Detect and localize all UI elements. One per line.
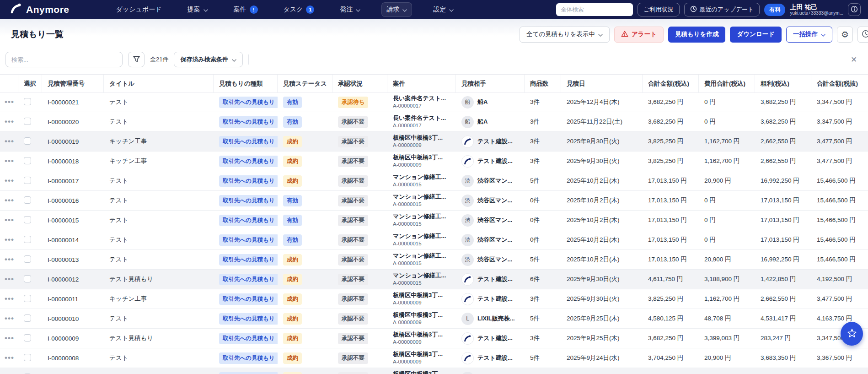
case-link[interactable]: 板橋区中板橋3丁... [393,311,450,319]
row-checkbox[interactable] [24,236,31,243]
filter-funnel-button[interactable] [128,52,145,67]
case-link[interactable]: マンション修繕工... [393,252,450,260]
row-checkbox[interactable] [24,295,31,302]
partner-logo-avatar [461,352,474,364]
brand-logo[interactable]: Anymore [10,3,70,16]
row-menu-button[interactable]: ••• [0,176,18,185]
row-menu-button[interactable]: ••• [0,117,18,126]
case-link[interactable]: マンション修繕工... [393,272,450,280]
table-row[interactable]: ••• I-00000015 テスト 取引先への見積もり 有効 承認不要 マンシ… [0,211,868,230]
user-info[interactable]: 上田 祐己 yuki.ueta+33333@anym... [790,3,843,16]
case-link[interactable]: マンション修繕工... [393,193,450,201]
nav-item[interactable]: ダッシュボード [112,3,166,16]
case-link[interactable]: 板橋区中板橋3丁... [393,331,450,339]
nav-item[interactable]: タスク1 [279,3,319,16]
updates-button[interactable]: 最近のアップデート [684,3,760,16]
table-row[interactable]: ••• I-00000012 テスト見積もり 取引先への見積もり 成約 承認不要… [0,270,868,289]
table-row[interactable]: ••• I-00000008 テスト 取引先への見積もり 成約 承認不要 板橋区… [0,348,868,368]
row-checkbox[interactable] [24,157,31,164]
select-cell [18,275,42,284]
alert-button[interactable]: アラート [614,27,664,43]
table-row[interactable]: ••• I-00000016 テスト 取引先への見積もり 有効 承認不要 マンシ… [0,191,868,211]
nav-item[interactable]: 発注 [335,3,365,16]
type-cell: 取引先への見積もり [214,372,278,374]
row-menu-button[interactable]: ••• [0,353,18,363]
row-menu-button[interactable]: ••• [0,216,18,225]
case-link[interactable]: 板橋区中板橋3丁... [393,292,450,299]
usage-button[interactable]: ご利用状況 [638,3,679,16]
header-title: タイトル [104,75,214,93]
status-badge: 有効 [283,195,302,206]
cost-incl-tax: 0 円 [699,217,755,224]
row-menu-button[interactable]: ••• [0,294,18,304]
case-link[interactable]: 長い案件名テスト... [393,95,450,103]
row-checkbox[interactable] [24,118,31,125]
bulk-actions-dropdown[interactable]: 一括操作 [786,27,832,43]
row-checkbox[interactable] [24,255,31,263]
case-link[interactable]: 板橋区中板橋3丁... [393,134,450,142]
case-link[interactable]: 板橋区中板橋3丁... [393,351,450,358]
nav-item[interactable]: 請求 [381,2,412,17]
table-row[interactable]: ••• I-00000014 テスト 取引先への見積もり 有効 承認不要 マンシ… [0,230,868,250]
row-checkbox[interactable] [24,196,31,204]
settings-gear-button[interactable]: ⚙ [837,27,853,43]
row-checkbox[interactable] [24,137,31,145]
table-row[interactable]: ••• I-00000017 テスト 取引先への見積もり 成約 承認不要 マンシ… [0,171,868,191]
table-row[interactable]: ••• I-00000020 テスト 取引先への見積もり 有効 承認不要 長い案… [0,112,868,132]
saved-filters-dropdown[interactable]: 保存済み検索条件 [174,52,242,67]
approval-badge: 承認待ち [338,97,368,108]
row-menu-button[interactable]: ••• [0,196,18,205]
partner-cell: 渋 渋谷区マン... [456,214,525,227]
row-menu-button[interactable]: ••• [0,275,18,284]
total-incl-tax: 17,013,150 円 [643,256,699,264]
row-menu-button[interactable]: ••• [0,137,18,146]
create-quote-button[interactable]: 見積もりを作成 [668,27,725,43]
case-link[interactable]: マンション修繕工... [393,213,450,221]
total-incl-tax: 3,825,250 円 [643,138,699,146]
case-number: A-00000015 [393,181,450,188]
table-row[interactable]: ••• I-00000018 キッチン工事 取引先への見積もり 成約 承認不要 … [0,152,868,171]
table-row[interactable]: ••• I-00000011 キッチン工事 取引先への見積もり 成約 承認不要 … [0,289,868,309]
table-row[interactable]: ••• I-00000013 テスト 取引先への見積もり 成約 承認不要 マンシ… [0,250,868,270]
row-checkbox[interactable] [24,216,31,223]
info-icon [851,5,858,14]
row-menu-button[interactable]: ••• [0,157,18,166]
history-clock-button[interactable] [857,27,868,43]
table-row[interactable]: ••• I-00000021 テスト 取引先への見積もり 有効 承認待ち 長い案… [0,92,868,112]
table-search-input[interactable] [5,52,123,67]
case-link[interactable]: マンション修繕工... [393,233,450,240]
table-row[interactable]: ••• I-00000010 テスト 取引先への見積もり 成約 承認不要 板橋区… [0,309,868,329]
status-badge: 成約 [283,313,302,325]
case-link[interactable]: 長い案件名テスト... [393,114,450,122]
close-filter-button[interactable]: ✕ [848,54,860,65]
row-menu-button[interactable]: ••• [0,334,18,343]
table-row[interactable]: ••• I-00000007 リフォーム工事一式 取引先への見積もり 成約 承認… [0,368,868,374]
partner-cell: A Anymore株... [456,372,525,374]
row-checkbox[interactable] [24,275,31,282]
row-checkbox[interactable] [24,177,31,184]
row-checkbox[interactable] [24,314,31,322]
view-filter-dropdown[interactable]: 全ての見積もりを表示中 [520,27,610,43]
table-row[interactable]: ••• I-00000019 キッチン工事 取引先への見積もり 成約 承認不要 … [0,132,868,152]
case-link[interactable]: 板橋区中板橋3丁... [393,370,450,374]
case-link[interactable]: 板橋区中板橋3丁... [393,154,450,162]
global-search-input[interactable] [556,3,633,16]
case-link[interactable]: マンション修繕工... [393,173,450,181]
type-badge: 取引先への見積もり [219,352,278,364]
favorite-fab[interactable] [841,322,863,346]
row-checkbox[interactable] [24,354,31,361]
row-checkbox[interactable] [24,334,31,341]
row-menu-button[interactable]: ••• [0,98,18,107]
nav-item[interactable]: 提案 [183,3,213,16]
row-menu-button[interactable]: ••• [0,235,18,244]
info-button[interactable] [848,3,861,16]
row-checkbox[interactable] [24,98,31,105]
row-menu-button[interactable]: ••• [0,314,18,323]
cost-incl-tax: 0 円 [699,197,755,205]
case-cell: マンション修繕工... A-00000015 [387,272,456,287]
nav-item[interactable]: 案件! [229,3,263,16]
nav-item[interactable]: 設定 [429,3,458,16]
row-menu-button[interactable]: ••• [0,255,18,264]
table-row[interactable]: ••• I-00000009 テスト見積もり 取引先への見積もり 成約 承認不要… [0,329,868,348]
download-button[interactable]: ダウンロード [730,27,782,43]
